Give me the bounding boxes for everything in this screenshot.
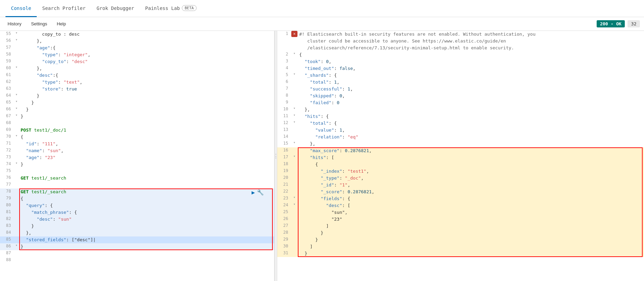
fold-indicator[interactable]: ▾ — [14, 99, 19, 103]
output-fold-indicator[interactable]: ▾ — [291, 195, 298, 199]
line-content[interactable]: } — [19, 106, 274, 113]
editor-line: 58 "type": "integer", — [0, 51, 274, 58]
tab-console[interactable]: Console — [5, 0, 37, 17]
output-fold-indicator[interactable]: ▾ — [291, 72, 298, 76]
line-content[interactable]: } — [19, 243, 274, 250]
line-content[interactable]: "age":{ — [19, 45, 274, 51]
line-content[interactable]: "match_phrase": { — [19, 209, 274, 216]
output-fold-indicator[interactable]: ▾ — [291, 202, 298, 206]
editor-line: 83 } — [0, 223, 274, 230]
line-content[interactable]: "type": "text", — [19, 79, 274, 86]
editor-line: 85 "stored_fields": ["desc"]| — [0, 236, 274, 243]
output-line: 12▾ "total": { — [277, 120, 644, 127]
tab-grok-debugger[interactable]: Grok Debugger — [91, 0, 140, 17]
line-content[interactable]: "store": true — [19, 86, 274, 93]
line-number: 85 — [0, 236, 14, 242]
fold-indicator[interactable]: ▾ — [14, 93, 19, 96]
line-content[interactable]: { — [19, 195, 274, 202]
output-line: 26 "23" — [277, 216, 644, 223]
line-number: 88 — [0, 257, 14, 262]
line-content[interactable]: }, — [19, 65, 274, 72]
editor-line: 67▾} — [0, 113, 274, 120]
run-icon[interactable]: ▶ — [251, 189, 255, 196]
line-content[interactable]: } — [19, 93, 274, 99]
line-number: 75 — [0, 168, 14, 173]
output-line-content: "timed_out": false, — [298, 65, 644, 72]
output-fold-indicator[interactable]: ▾ — [291, 140, 298, 144]
output-fold-indicator[interactable]: ▾ — [291, 106, 298, 110]
line-number: 68 — [0, 120, 14, 125]
output-fold-indicator[interactable]: ▾ — [291, 154, 298, 158]
line-content[interactable]: "stored_fields": ["desc"]| — [19, 236, 274, 243]
tab-search-profiler[interactable]: Search Profiler — [37, 0, 91, 17]
output-line-content: }, — [298, 106, 644, 113]
editor-line: 87 — [0, 250, 274, 257]
line-content[interactable]: "age": "23" — [19, 154, 274, 161]
line-content[interactable]: } — [19, 113, 274, 120]
output-line: 15▾ }, — [277, 140, 644, 147]
fold-indicator[interactable]: ▾ — [14, 65, 19, 69]
history-button[interactable]: History — [4, 20, 25, 28]
line-content[interactable]: { — [19, 134, 274, 140]
line-number: 77 — [0, 182, 14, 187]
tab-painless-lab[interactable]: Painless Lab BETA — [140, 0, 202, 17]
output-fold-indicator[interactable]: ▾ — [291, 113, 298, 117]
editor-line: 77 — [0, 182, 274, 188]
wrench-icon[interactable]: 🔧 — [257, 189, 264, 196]
output-fold-indicator[interactable]: ▾ — [291, 120, 298, 124]
settings-button[interactable]: Settings — [27, 20, 50, 28]
output-line-content: "max_score": 0.2876821, — [298, 147, 644, 154]
main-content: 55▾ copy_to : desc56▾ },57 "age":{58 "ty… — [0, 31, 644, 281]
line-content[interactable]: "desc": "sun" — [19, 216, 274, 223]
line-content[interactable]: "query": { — [19, 202, 274, 209]
editor-line: 84 }, — [0, 230, 274, 236]
output-line-number: 20 — [277, 175, 291, 180]
fold-indicator[interactable]: ▾ — [14, 113, 19, 117]
fold-indicator[interactable]: ▾ — [14, 161, 19, 165]
line-content[interactable]: "desc":{ — [19, 72, 274, 79]
line-number: 81 — [0, 209, 14, 214]
output-line-number: 15 — [277, 140, 291, 146]
output-line-content: "_shards": { — [298, 72, 644, 79]
close-warning-button[interactable]: × — [291, 31, 297, 37]
line-number: 63 — [0, 86, 14, 91]
line-content[interactable]: "id": "111", — [19, 140, 274, 147]
output-fold-indicator[interactable]: ▾ — [291, 51, 298, 55]
line-number: 58 — [0, 51, 14, 57]
line-number: 55 — [0, 31, 14, 36]
line-content[interactable]: copy_to : desc — [19, 31, 274, 38]
line-content[interactable]: }, — [19, 38, 274, 45]
editor-panel: 55▾ copy_to : desc56▾ },57 "age":{58 "ty… — [0, 31, 274, 281]
output-panel: 1×#! Elasticsearch built-in security fea… — [277, 31, 644, 281]
line-content[interactable]: } — [19, 161, 274, 168]
line-content[interactable]: POST test1/_doc/1 — [19, 127, 274, 134]
editor-line: 78GET test1/_search — [0, 188, 274, 195]
line-content[interactable]: "type": "integer", — [19, 51, 274, 58]
editor-line: 80 "query": { — [0, 202, 274, 209]
fold-indicator[interactable]: ▾ — [14, 243, 19, 247]
fold-indicator[interactable]: ▾ — [14, 31, 19, 35]
line-content[interactable]: }, — [19, 230, 274, 236]
line-content[interactable]: GET test1/_search — [19, 175, 274, 182]
line-number: 71 — [0, 140, 14, 146]
panel-splitter[interactable]: ⋮ — [274, 31, 277, 281]
line-number: 57 — [0, 45, 14, 50]
output-line-number: 2 — [277, 51, 291, 57]
line-content[interactable]: GET test1/_search — [19, 188, 274, 195]
editor-code-area[interactable]: 55▾ copy_to : desc56▾ },57 "age":{58 "ty… — [0, 31, 274, 281]
fold-indicator[interactable]: ▾ — [14, 106, 19, 110]
output-fold-indicator[interactable]: × — [291, 31, 298, 37]
output-line-number: 21 — [277, 182, 291, 187]
fold-indicator[interactable]: ▾ — [14, 134, 19, 137]
line-content[interactable]: "copy_to": "desc" — [19, 58, 274, 65]
output-area[interactable]: 1×#! Elasticsearch built-in security fea… — [277, 31, 644, 281]
editor-line: 55▾ copy_to : desc — [0, 31, 274, 38]
output-line: 23▾ "fields": { — [277, 195, 644, 202]
line-content[interactable]: } — [19, 223, 274, 230]
line-content[interactable]: "name": "sun", — [19, 147, 274, 154]
output-line-content: cluster could be accessible to anyone. S… — [298, 38, 644, 45]
output-line: 13 "value": 1, — [277, 127, 644, 134]
help-button[interactable]: Help — [53, 20, 69, 28]
line-content[interactable]: } — [19, 99, 274, 106]
fold-indicator[interactable]: ▾ — [14, 38, 19, 41]
